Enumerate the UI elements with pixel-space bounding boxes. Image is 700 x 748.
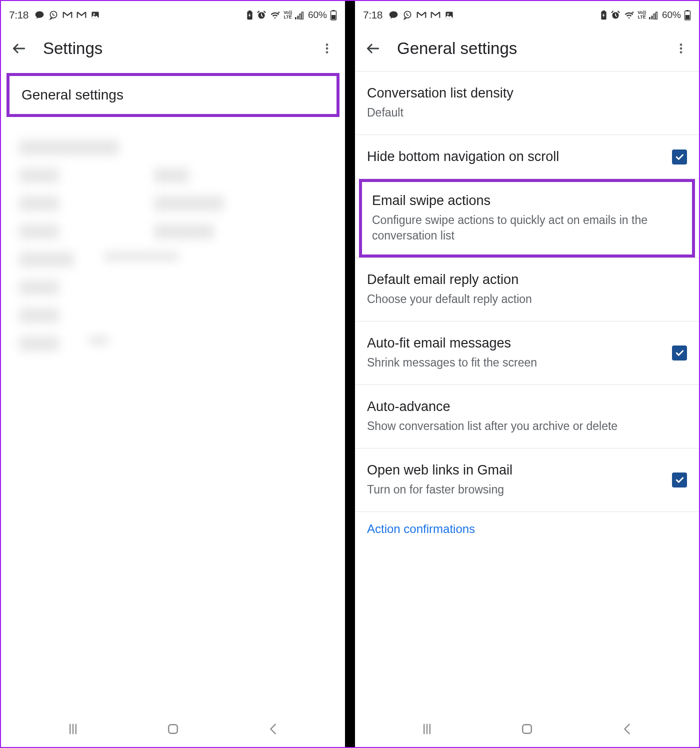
- battery-percent: 60%: [308, 10, 327, 20]
- svg-rect-8: [300, 14, 301, 19]
- page-title: General settings: [397, 39, 657, 58]
- system-nav-bar: [355, 711, 699, 747]
- whatsapp-icon: [402, 10, 412, 20]
- item-title: Conversation list density: [367, 86, 687, 101]
- item-subtitle: Shrink messages to fit the screen: [367, 355, 687, 370]
- screens-divider: [345, 1, 355, 747]
- svg-rect-33: [522, 724, 532, 734]
- item-default-reply-action[interactable]: Default email reply action Choose your d…: [355, 258, 699, 322]
- back-nav-button[interactable]: [260, 716, 286, 742]
- svg-point-2: [93, 13, 94, 14]
- section-action-confirmations: Action confirmations: [355, 512, 699, 536]
- chat-icon: [34, 10, 44, 20]
- item-subtitle: Choose your default reply action: [367, 292, 687, 307]
- clock: 7:18: [9, 9, 28, 21]
- item-hide-bottom-nav[interactable]: Hide bottom navigation on scroll: [355, 135, 699, 179]
- svg-point-19: [447, 13, 448, 14]
- svg-rect-4: [248, 10, 251, 12]
- svg-rect-25: [654, 14, 655, 19]
- item-title: Auto-fit email messages: [367, 336, 687, 351]
- image-icon: [90, 10, 100, 20]
- item-subtitle: Configure swipe actions to quickly act o…: [372, 212, 682, 244]
- alarm-icon: [256, 10, 266, 20]
- wifi-icon: [270, 10, 280, 20]
- item-title: Email swipe actions: [372, 193, 682, 208]
- wifi-icon: [624, 10, 634, 20]
- chat-icon: [388, 10, 398, 20]
- phone-right: 7:18 Vo))LTE 60% General settings: [355, 1, 699, 747]
- item-subtitle: Show conversation list after you archive…: [367, 418, 687, 434]
- svg-point-30: [680, 44, 682, 46]
- battery-saver-icon: [600, 10, 608, 20]
- svg-point-14: [326, 48, 328, 50]
- svg-rect-26: [656, 12, 658, 20]
- gmail-m-icon: [416, 11, 426, 19]
- svg-rect-7: [298, 16, 299, 19]
- svg-rect-11: [332, 10, 335, 12]
- recents-button[interactable]: [60, 716, 86, 742]
- item-auto-advance[interactable]: Auto-advance Show conversation list afte…: [355, 385, 699, 448]
- gmail-m-icon-2: [76, 11, 86, 19]
- svg-rect-16: [168, 724, 178, 734]
- status-bar: 7:18 Vo))LTE 60%: [355, 1, 699, 26]
- item-subtitle: Default: [367, 105, 687, 120]
- svg-point-17: [404, 12, 410, 18]
- battery-percent: 60%: [662, 10, 681, 20]
- back-button[interactable]: [364, 40, 382, 58]
- recents-button[interactable]: [414, 716, 440, 742]
- checkbox-checked[interactable]: [672, 346, 687, 360]
- home-button[interactable]: [160, 716, 186, 742]
- status-right: Vo))LTE 60%: [600, 10, 691, 20]
- general-settings-item[interactable]: General settings: [6, 73, 340, 117]
- phone-left: 7:18 Vo))LTE 60% Settings General settin…: [1, 1, 345, 747]
- image-icon: [444, 10, 454, 20]
- svg-point-32: [680, 51, 682, 54]
- status-right: Vo))LTE 60%: [246, 10, 337, 20]
- battery-icon: [330, 10, 337, 20]
- item-title: Hide bottom navigation on scroll: [367, 149, 687, 164]
- status-left: 7:18: [9, 9, 100, 21]
- alarm-icon: [610, 10, 620, 20]
- status-left: 7:18: [363, 9, 454, 21]
- back-button[interactable]: [10, 40, 28, 58]
- svg-point-13: [326, 44, 328, 46]
- svg-point-15: [326, 51, 328, 54]
- svg-rect-12: [332, 15, 336, 20]
- whatsapp-icon: [48, 10, 58, 20]
- status-bar: 7:18 Vo))LTE 60%: [1, 1, 345, 26]
- checkbox-checked[interactable]: [672, 472, 687, 488]
- settings-list: Conversation list density Default Hide b…: [355, 72, 699, 711]
- svg-point-0: [50, 12, 56, 18]
- svg-rect-21: [602, 10, 605, 12]
- blurred-content: [1, 117, 345, 374]
- gmail-m-icon-2: [430, 11, 440, 19]
- back-nav-button[interactable]: [614, 716, 640, 742]
- volte-icon: Vo))LTE: [638, 10, 646, 20]
- page-title: Settings: [43, 39, 303, 58]
- gmail-m-icon: [62, 11, 72, 19]
- home-button[interactable]: [514, 716, 540, 742]
- app-bar: General settings: [355, 26, 699, 71]
- svg-rect-6: [295, 17, 296, 20]
- item-title: Default email reply action: [367, 272, 687, 288]
- checkbox-checked[interactable]: [672, 150, 687, 164]
- battery-saver-icon: [246, 10, 254, 20]
- item-email-swipe-actions[interactable]: Email swipe actions Configure swipe acti…: [359, 179, 695, 258]
- item-title: Open web links in Gmail: [367, 462, 687, 478]
- volte-icon: Vo))LTE: [284, 10, 292, 20]
- signal-icon: [295, 11, 305, 20]
- system-nav-bar: [1, 711, 345, 747]
- svg-rect-28: [686, 10, 689, 12]
- item-open-web-links[interactable]: Open web links in Gmail Turn on for fast…: [355, 448, 699, 512]
- svg-rect-24: [652, 16, 653, 19]
- svg-rect-23: [649, 17, 650, 20]
- svg-point-31: [680, 48, 682, 50]
- item-subtitle: Turn on for faster browsing: [367, 482, 687, 498]
- item-conversation-density[interactable]: Conversation list density Default: [355, 72, 699, 135]
- more-button[interactable]: [318, 40, 336, 58]
- more-button[interactable]: [672, 40, 690, 58]
- item-title: Auto-advance: [367, 399, 687, 414]
- battery-icon: [684, 10, 691, 20]
- item-auto-fit-messages[interactable]: Auto-fit email messages Shrink messages …: [355, 322, 699, 385]
- svg-rect-9: [302, 12, 304, 20]
